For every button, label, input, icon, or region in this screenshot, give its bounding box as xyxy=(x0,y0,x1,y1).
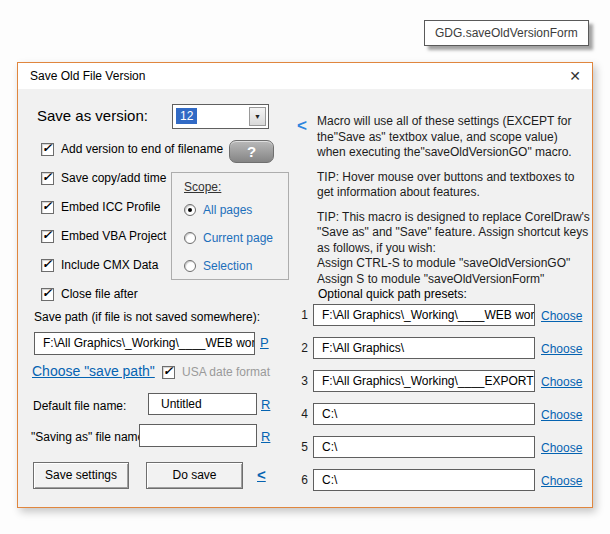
checkbox-label: Embed ICC Profile xyxy=(61,200,160,214)
radio-button[interactable] xyxy=(184,232,196,244)
chevron-down-icon[interactable]: ▼ xyxy=(249,107,266,126)
form-name-badge: GDG.saveOldVersionForm xyxy=(424,20,589,46)
version-value: 12 xyxy=(176,108,197,124)
check-icon: ✓ xyxy=(42,286,52,300)
radio-button[interactable] xyxy=(184,260,196,272)
checkbox-save-copy[interactable]: ✓ Save copy/add time xyxy=(41,171,166,185)
info-text: Macro will use all of these settings (EX… xyxy=(317,105,593,296)
info-line: when executing the"saveOldVersionGO" mac… xyxy=(317,145,593,161)
presets-label: Optional quick path presets: xyxy=(318,287,467,301)
checkbox-embed-icc[interactable]: ✓ Embed ICC Profile xyxy=(41,200,160,214)
preset-path-input-2[interactable]: F:\All Graphics\ xyxy=(313,337,535,359)
info-line: Assign S to module "saveOldVersionForm" xyxy=(317,272,593,288)
preset-path-input-1[interactable]: F:\All Graphics\_Working\____WEB work xyxy=(313,304,535,326)
checkbox-box[interactable]: ✓ xyxy=(41,201,54,214)
scope-groupbox: Scope: All pages Current page Selection xyxy=(171,172,289,280)
checkbox-embed-vba[interactable]: ✓ Embed VBA Project xyxy=(41,229,166,243)
preset-path-input-5[interactable]: C:\ xyxy=(313,436,535,458)
radio-label: Selection xyxy=(203,259,252,273)
preset-choose-link-3[interactable]: Choose xyxy=(541,375,582,389)
preset-choose-link-5[interactable]: Choose xyxy=(541,441,582,455)
check-icon: ✓ xyxy=(42,199,52,213)
checkbox-label: Close file after xyxy=(61,287,138,301)
save-path-input[interactable]: F:\All Graphics\_Working\____WEB workin xyxy=(34,332,255,355)
preset-number: 5 xyxy=(296,440,308,454)
checkbox-usa-date[interactable]: ✓ USA date format xyxy=(162,365,270,379)
checkbox-add-version[interactable]: ✓ Add version to end of filename xyxy=(41,142,223,156)
saving-as-file-name-input[interactable] xyxy=(139,424,257,447)
checkbox-close-file[interactable]: ✓ Close file after xyxy=(41,287,138,301)
info-line: TIP: Hover mouse over buttons and textbo… xyxy=(317,170,593,186)
preset-choose-link-2[interactable]: Choose xyxy=(541,342,582,356)
info-line: Macro will use all of these settings (EX… xyxy=(317,114,593,130)
checkbox-box[interactable]: ✓ xyxy=(162,366,175,379)
checkbox-label: Include CMX Data xyxy=(61,258,158,272)
do-save-button[interactable]: Do save xyxy=(146,462,243,489)
preset-number: 2 xyxy=(296,341,308,355)
check-icon: ✓ xyxy=(42,141,52,155)
page: GDG.saveOldVersionForm Save Old File Ver… xyxy=(0,0,610,534)
checkbox-box[interactable]: ✓ xyxy=(41,230,54,243)
checkbox-label: USA date format xyxy=(182,365,270,379)
radio-selection[interactable]: Selection xyxy=(184,259,252,273)
help-button[interactable]: ? xyxy=(229,140,274,163)
less-link[interactable]: < xyxy=(257,466,266,483)
info-line: get information about features. xyxy=(317,185,593,201)
preset-number: 1 xyxy=(296,308,308,322)
radio-label: Current page xyxy=(203,231,273,245)
check-icon: ✓ xyxy=(42,228,52,242)
check-icon: ✓ xyxy=(163,364,173,378)
preset-path-input-6[interactable]: C:\ xyxy=(313,469,535,491)
preset-path-input-3[interactable]: F:\All Graphics\_Working\____EXPORTS\ xyxy=(313,370,535,392)
checkbox-box[interactable]: ✓ xyxy=(41,259,54,272)
checkbox-box[interactable]: ✓ xyxy=(41,288,54,301)
info-line: the"Save as" textbox value, and scope va… xyxy=(317,130,593,146)
radio-all-pages[interactable]: All pages xyxy=(184,203,252,217)
checkbox-label: Add version to end of filename xyxy=(61,142,223,156)
choose-save-path-link[interactable]: Choose "save path" xyxy=(32,363,155,379)
dropdown-arrow-glyph: ▼ xyxy=(254,113,261,120)
default-file-name-label: Default file name: xyxy=(33,399,126,413)
info-line: "Save as" and "Save" feature. Assign sho… xyxy=(317,225,593,241)
saving-as-file-name-label: "Saving as" file name: xyxy=(31,430,148,444)
save-settings-button[interactable]: Save settings xyxy=(33,462,129,489)
preset-choose-link-6[interactable]: Choose xyxy=(541,474,582,488)
close-icon[interactable]: ✕ xyxy=(566,67,584,85)
save-as-version-label: Save as version: xyxy=(37,107,148,124)
default-file-name-input[interactable]: Untitled xyxy=(148,393,257,415)
reset-default-name-link[interactable]: R xyxy=(261,397,270,412)
save-old-file-version-dialog: Save Old File Version ✕ Save as version:… xyxy=(17,62,593,508)
pointer-left-icon: < xyxy=(297,116,307,136)
preset-number: 4 xyxy=(296,407,308,421)
checkbox-label: Save copy/add time xyxy=(61,171,166,185)
checkbox-label: Embed VBA Project xyxy=(61,229,166,243)
radio-button[interactable] xyxy=(184,204,196,216)
title-bar: Save Old File Version ✕ xyxy=(18,63,592,89)
check-icon: ✓ xyxy=(42,257,52,271)
window-title: Save Old File Version xyxy=(30,69,145,83)
checkbox-box[interactable]: ✓ xyxy=(41,172,54,185)
preset-path-input-4[interactable]: C:\ xyxy=(313,403,535,425)
radio-current-page[interactable]: Current page xyxy=(184,231,273,245)
preset-choose-link-4[interactable]: Choose xyxy=(541,408,582,422)
radio-label: All pages xyxy=(203,203,252,217)
preset-choose-link-1[interactable]: Choose xyxy=(541,309,582,323)
version-dropdown[interactable]: 12 ▼ xyxy=(172,104,269,129)
info-line: Assign CTRL-S to module "saveOldVersionG… xyxy=(317,256,593,272)
preset-number: 6 xyxy=(296,473,308,487)
paste-path-link[interactable]: P xyxy=(260,335,269,350)
save-path-label: Save path (if file is not saved somewher… xyxy=(34,310,260,324)
info-line: TIP: This macro is designed to replace C… xyxy=(317,210,593,226)
reset-saving-as-name-link[interactable]: R xyxy=(261,429,270,444)
checkbox-box[interactable]: ✓ xyxy=(41,143,54,156)
checkbox-include-cmx[interactable]: ✓ Include CMX Data xyxy=(41,258,158,272)
check-icon: ✓ xyxy=(42,170,52,184)
preset-number: 3 xyxy=(296,374,308,388)
scope-label: Scope: xyxy=(184,180,221,194)
info-line: as follows, if you wish: xyxy=(317,241,593,257)
